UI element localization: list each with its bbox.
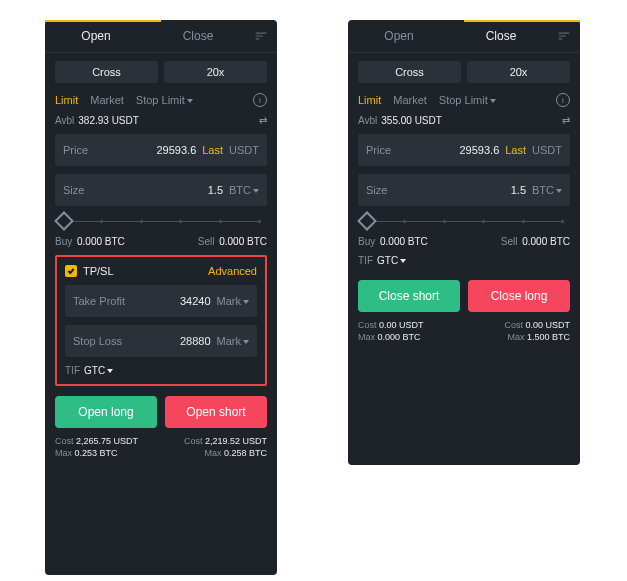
slider-handle[interactable] <box>54 211 74 231</box>
tab-close[interactable]: Close <box>450 20 552 52</box>
price-input[interactable]: Price 29593.6 Last USDT <box>358 134 570 166</box>
stop-loss-input[interactable]: Stop Loss 28880 Mark <box>65 325 257 357</box>
size-unit-select[interactable]: BTC <box>229 184 259 196</box>
leverage-chip[interactable]: 20x <box>467 61 570 83</box>
order-type-market[interactable]: Market <box>90 94 124 106</box>
close-short-button[interactable]: Close short <box>358 280 460 312</box>
order-panel-open: Open Close Cross 20x Limit Market Stop L… <box>45 20 277 575</box>
transfer-icon[interactable]: ⇄ <box>259 115 267 126</box>
order-type-stoplimit[interactable]: Stop Limit <box>439 94 496 106</box>
transfer-icon[interactable]: ⇄ <box>562 115 570 126</box>
order-type-limit[interactable]: Limit <box>358 94 381 106</box>
leverage-chip[interactable]: 20x <box>164 61 267 83</box>
cost-close-short: 0.00 USDT <box>379 320 424 330</box>
max-long: 0.253 BTC <box>75 448 118 458</box>
buy-amount: 0.000 BTC <box>77 236 125 247</box>
last-price-button[interactable]: Last <box>505 144 526 156</box>
price-input[interactable]: Price 29593.6 Last USDT <box>55 134 267 166</box>
info-icon[interactable]: i <box>556 93 570 107</box>
order-type-limit[interactable]: Limit <box>55 94 78 106</box>
margin-mode-chip[interactable]: Cross <box>358 61 461 83</box>
order-type-stoplimit[interactable]: Stop Limit <box>136 94 193 106</box>
tif-select[interactable]: GTC <box>84 365 113 376</box>
max-close-long: 1.500 BTC <box>527 332 570 342</box>
close-long-button[interactable]: Close long <box>468 280 570 312</box>
tif-label: TIF <box>65 365 80 376</box>
last-price-button[interactable]: Last <box>202 144 223 156</box>
cost-short: 2,219.52 USDT <box>205 436 267 446</box>
tab-close[interactable]: Close <box>147 20 249 52</box>
size-slider[interactable] <box>57 214 265 228</box>
tpsl-section: TP/SL Advanced Take Profit 34240 Mark St… <box>55 255 267 386</box>
size-input[interactable]: Size 1.5 BTC <box>358 174 570 206</box>
tab-open[interactable]: Open <box>45 20 147 52</box>
info-icon[interactable]: i <box>253 93 267 107</box>
avbl-label: Avbl <box>55 115 74 126</box>
sell-amount: 0.000 BTC <box>522 236 570 247</box>
tpsl-advanced-link[interactable]: Advanced <box>208 265 257 277</box>
order-type-market[interactable]: Market <box>393 94 427 106</box>
cost-long: 2,265.75 USDT <box>76 436 138 446</box>
order-panel-close: Open Close Cross 20x Limit Market Stop L… <box>348 20 580 465</box>
sell-amount: 0.000 BTC <box>219 236 267 247</box>
settings-icon[interactable] <box>552 29 576 43</box>
tpsl-checkbox[interactable] <box>65 265 77 277</box>
sl-trigger-select[interactable]: Mark <box>217 335 249 347</box>
size-unit-select[interactable]: BTC <box>532 184 562 196</box>
avbl-value: 355.00 USDT <box>381 115 442 126</box>
margin-mode-chip[interactable]: Cross <box>55 61 158 83</box>
settings-icon[interactable] <box>249 29 273 43</box>
tpsl-label: TP/SL <box>83 265 114 277</box>
tp-trigger-select[interactable]: Mark <box>217 295 249 307</box>
avbl-value: 382.93 USDT <box>78 115 139 126</box>
cost-close-long: 0.00 USDT <box>525 320 570 330</box>
max-close-short: 0.000 BTC <box>378 332 421 342</box>
tif-select[interactable]: GTC <box>377 255 406 266</box>
slider-handle[interactable] <box>357 211 377 231</box>
open-long-button[interactable]: Open long <box>55 396 157 428</box>
open-short-button[interactable]: Open short <box>165 396 267 428</box>
size-input[interactable]: Size 1.5 BTC <box>55 174 267 206</box>
avbl-label: Avbl <box>358 115 377 126</box>
size-slider[interactable] <box>360 214 568 228</box>
max-short: 0.258 BTC <box>224 448 267 458</box>
take-profit-input[interactable]: Take Profit 34240 Mark <box>65 285 257 317</box>
buy-amount: 0.000 BTC <box>380 236 428 247</box>
tif-label: TIF <box>358 255 373 266</box>
tab-open[interactable]: Open <box>348 20 450 52</box>
